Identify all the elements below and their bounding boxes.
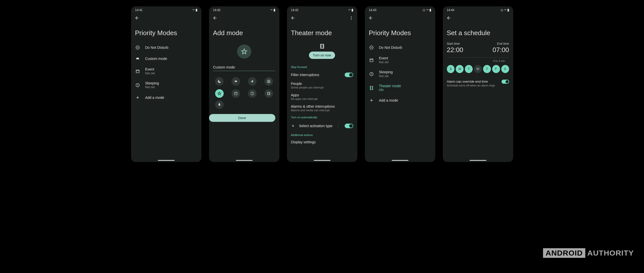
svg-rect-4	[136, 70, 139, 73]
home-indicator[interactable]	[392, 160, 408, 161]
mode-item-event[interactable]: Event Not set	[131, 64, 201, 78]
icon-choice-clock[interactable]	[248, 89, 257, 98]
clock: 14:42	[291, 8, 299, 12]
battery-icon	[507, 9, 509, 12]
add-mode-button[interactable]: Add a mode	[131, 92, 201, 103]
plus-icon	[369, 98, 374, 103]
screen-add-mode: 14:42 Add mode Done	[209, 6, 279, 162]
home-indicator[interactable]	[470, 160, 486, 161]
activation-toggle[interactable]	[345, 124, 353, 128]
day-chip-thu[interactable]: T	[483, 65, 491, 73]
top-bar	[209, 13, 279, 23]
start-time-block[interactable]: Start time 22:00	[447, 42, 463, 54]
svg-rect-36	[430, 9, 431, 9]
filter-toggle[interactable]	[345, 73, 353, 77]
day-chip-mon[interactable]: M	[456, 65, 464, 73]
dnd-icon	[135, 45, 140, 50]
mode-item-sleeping[interactable]: SleepingNot set	[365, 67, 435, 81]
top-bar	[443, 13, 513, 23]
back-button[interactable]	[368, 15, 374, 21]
icon-choice-calendar[interactable]	[232, 89, 240, 98]
turn-on-button[interactable]: Turn on now	[309, 52, 335, 59]
battery-icon	[196, 9, 197, 12]
mode-item-dnd[interactable]: Do Not Disturb	[131, 42, 201, 53]
svg-point-21	[351, 16, 351, 17]
status-icons	[501, 9, 509, 12]
label: Filter interruptions	[291, 73, 319, 77]
plus-icon	[135, 95, 140, 100]
sublabel: Schedule turns off when an alarm rings	[447, 84, 495, 87]
icon-choice-person[interactable]	[264, 77, 273, 86]
mode-item-dnd[interactable]: Do Not Disturb	[365, 42, 435, 53]
dnd-icon	[369, 45, 374, 50]
wifi-icon	[270, 9, 273, 11]
display-settings-row[interactable]: Display settings	[287, 138, 357, 144]
label: Custom mode	[145, 57, 167, 61]
page-title: Set a schedule	[443, 23, 513, 42]
back-button[interactable]	[212, 15, 218, 21]
day-chip-wed[interactable]: W	[474, 65, 482, 73]
icon-choice-moon[interactable]	[215, 77, 224, 86]
alarms-row[interactable]: Alarms & other interruptions Alarms and …	[287, 102, 357, 114]
svg-point-12	[268, 81, 269, 82]
battery-icon	[274, 9, 275, 12]
svg-rect-35	[429, 9, 431, 12]
mode-item-theater-active[interactable]: Theater modeON	[365, 81, 435, 95]
alarm-toggle[interactable]	[502, 80, 509, 84]
home-indicator[interactable]	[236, 160, 253, 161]
status-bar: 14:44	[443, 6, 513, 13]
back-button[interactable]	[134, 15, 140, 21]
home-indicator[interactable]	[314, 160, 330, 161]
svg-rect-9	[274, 9, 275, 12]
status-bar: 14:42	[287, 6, 357, 13]
mode-item-sleeping[interactable]: Sleeping Not set	[131, 78, 201, 92]
done-button[interactable]: Done	[209, 114, 275, 122]
day-chip-sat[interactable]: S	[501, 65, 509, 73]
day-chip-sun[interactable]: S	[447, 65, 455, 73]
icon-choice-theater[interactable]	[264, 89, 273, 98]
icon-preview	[237, 44, 251, 59]
icon-choice-leaf[interactable]	[215, 100, 224, 109]
watermark-boxed: ANDROID	[543, 248, 585, 258]
overflow-menu[interactable]	[348, 15, 354, 21]
people-row[interactable]: People Some people can interrupt	[287, 80, 357, 91]
mode-item-custom[interactable]: Custom mode	[131, 53, 201, 64]
alarm-override-row[interactable]: Alarm can override end time Schedule tur…	[443, 76, 513, 91]
back-button[interactable]	[290, 15, 296, 21]
sublabel: ON	[379, 88, 401, 92]
back-button[interactable]	[446, 15, 452, 21]
day-chip-fri[interactable]: F	[492, 65, 500, 73]
apps-row[interactable]: Apps No apps can interrupt	[287, 91, 357, 102]
page-title: Theater mode	[287, 23, 357, 42]
sublabel: No apps can interrupt	[291, 97, 353, 100]
svg-rect-0	[196, 9, 197, 12]
label: Alarms & other interruptions	[291, 104, 353, 108]
wifi-icon	[192, 9, 195, 11]
watermark-plain: AUTHORITY	[587, 249, 634, 257]
icon-choice-star-selected[interactable]	[215, 89, 224, 98]
icon-choice-fitness[interactable]	[248, 77, 257, 86]
day-chip-tue[interactable]: T	[465, 65, 473, 73]
clock: 14:43	[369, 8, 377, 12]
end-time-block[interactable]: End time 07:00	[492, 42, 509, 54]
start-time-label: Start time	[447, 42, 463, 46]
home-indicator[interactable]	[158, 160, 175, 161]
filter-interruptions-row[interactable]: Filter interruptions	[287, 70, 357, 80]
section-turn-on-auto: Turn on automatically	[287, 114, 357, 120]
mode-name-input[interactable]	[213, 64, 275, 71]
svg-rect-10	[274, 9, 275, 9]
svg-rect-19	[351, 9, 353, 12]
activation-row[interactable]: Select activation type	[287, 120, 357, 131]
svg-point-22	[351, 18, 351, 18]
add-mode-button[interactable]: Add a mode	[365, 95, 435, 106]
label: Select activation type	[299, 124, 333, 128]
battery-icon	[429, 9, 431, 12]
page-title: Priority Modes	[365, 23, 435, 42]
dnd-status-icon	[423, 9, 425, 12]
svg-rect-49	[507, 9, 509, 12]
label: Event	[379, 56, 389, 60]
screen-priority-modes-1: 14:41 Priority Modes Do Not Disturb Cust…	[131, 6, 201, 162]
icon-choice-car[interactable]	[232, 77, 240, 86]
plus-icon	[291, 124, 295, 128]
mode-item-event[interactable]: EventNot set	[365, 53, 435, 67]
